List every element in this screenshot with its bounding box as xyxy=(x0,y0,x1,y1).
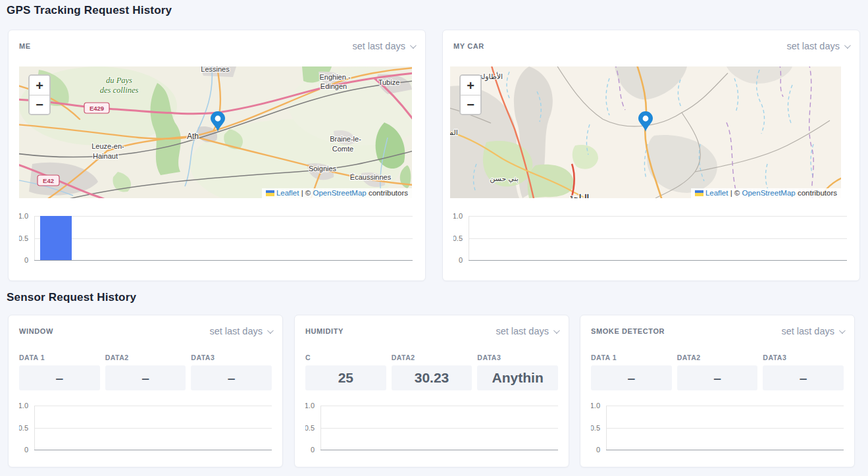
map-label-leuze-1: Leuze-en- xyxy=(91,142,124,150)
field-label: DATA3 xyxy=(763,354,844,361)
attribution-separator: | xyxy=(301,189,303,197)
ytick-0: 0 xyxy=(305,446,315,454)
map-label-ath: Ath xyxy=(187,132,199,141)
range-selector[interactable]: set last days xyxy=(496,326,558,336)
field-label: DATA2 xyxy=(677,354,758,361)
map-zoom-control: + − xyxy=(459,74,482,115)
field-data3: DATA3 – xyxy=(763,354,844,390)
ytick-05: 0.5 xyxy=(305,424,315,432)
leaflet-map-my-car[interactable]: الأطاولة المند بني حسن الباحة + − Leafle… xyxy=(450,66,841,198)
map-attribution: Leaflet | © OpenStreetMap contributors xyxy=(262,188,412,198)
range-selector-label: set last days xyxy=(786,41,840,51)
map-label-bani-hasan: بني حسن xyxy=(490,174,519,183)
field-data2: DATA2 – xyxy=(677,354,758,390)
my-car-request-chart: 1.0 0.5 0 xyxy=(453,208,848,274)
map-tiles: الأطاولة المند بني حسن الباحة xyxy=(450,66,841,198)
ytick-05: 0.5 xyxy=(19,234,28,242)
field-value: 30.23 xyxy=(392,365,472,390)
range-selector-label: set last days xyxy=(352,41,405,51)
copyright-symbol: © xyxy=(305,189,311,197)
range-selector[interactable]: set last days xyxy=(781,326,844,336)
field-value: – xyxy=(19,365,100,390)
road-badge-e42: E42 xyxy=(38,175,59,186)
map-tiles: E429 E42 Lessines du Pays des collines E… xyxy=(19,66,412,198)
attribution-contributors: contributors xyxy=(798,189,837,197)
field-value: Anythin xyxy=(477,365,558,390)
field-value: 25 xyxy=(305,365,386,390)
field-data1: DATA 1 – xyxy=(19,354,100,390)
sensor-fields: C 25 DATA2 30.23 DATA3 Anythin xyxy=(305,354,558,390)
sensor-card-smoke-detector: SMOKE DETECTOR set last days DATA 1 – DA… xyxy=(580,315,855,467)
ytick-1: 1.0 xyxy=(19,402,28,410)
field-data2: DATA2 30.23 xyxy=(392,354,472,390)
map-label-enghien-2: Edingen xyxy=(320,82,347,90)
chevron-down-icon xyxy=(410,42,417,49)
map-label-atawlah: الأطاولة xyxy=(479,72,503,81)
attribution-contributors: contributors xyxy=(369,189,408,197)
card-title-window: WINDOW xyxy=(19,327,53,335)
map-label-ecaussinnes: Écaussinnes xyxy=(350,173,392,181)
card-title-humidity: HUMIDITY xyxy=(305,327,344,335)
leaflet-link[interactable]: Leaflet xyxy=(276,189,299,197)
map-marker-icon[interactable] xyxy=(638,111,653,132)
attribution-separator: | xyxy=(730,189,732,197)
map-label-braine-1: Braine-le- xyxy=(330,135,361,143)
field-label: DATA2 xyxy=(392,354,472,361)
gps-section-title: GPS Tracking Request History xyxy=(7,4,172,17)
sensor-card-window: WINDOW set last days DATA 1 – DATA2 – DA… xyxy=(8,315,283,467)
ytick-1: 1.0 xyxy=(19,212,28,220)
leaflet-link[interactable]: Leaflet xyxy=(705,189,728,197)
card-header: SMOKE DETECTOR set last days xyxy=(591,326,844,336)
window-history-chart: 1.0 0.5 0 xyxy=(19,399,273,460)
me-request-chart: 1.0 0.5 0 xyxy=(19,208,414,274)
ytick-05: 0.5 xyxy=(19,424,28,432)
chevron-down-icon xyxy=(839,327,846,334)
ytick-1: 1.0 xyxy=(591,402,600,410)
chevron-down-icon xyxy=(267,327,274,334)
map-label-braine-2: Comte xyxy=(332,145,353,153)
gps-card-me: ME set last days xyxy=(8,30,426,281)
ytick-1: 1.0 xyxy=(305,402,315,410)
map-label-enghien-1: Enghien - xyxy=(319,73,350,81)
field-label: DATA2 xyxy=(105,354,186,361)
range-selector[interactable]: set last days xyxy=(786,41,849,51)
field-label: DATA3 xyxy=(477,354,558,361)
map-zoom-control: + − xyxy=(28,74,51,115)
card-header: WINDOW set last days xyxy=(19,326,272,336)
range-selector[interactable]: set last days xyxy=(352,41,415,51)
field-data3: DATA3 Anythin xyxy=(477,354,558,390)
smoke-detector-history-chart: 1.0 0.5 0 xyxy=(591,399,845,460)
zoom-in-button[interactable]: + xyxy=(30,76,49,95)
field-value: – xyxy=(591,365,672,390)
zoom-in-button[interactable]: + xyxy=(461,76,480,95)
field-value: – xyxy=(105,365,186,390)
card-title-my-car: MY CAR xyxy=(453,42,484,50)
range-selector-label: set last days xyxy=(781,326,834,336)
zoom-out-button[interactable]: − xyxy=(30,95,49,114)
sensor-card-humidity: HUMIDITY set last days C 25 DATA2 30.23 … xyxy=(294,315,569,467)
copyright-symbol: © xyxy=(734,189,740,197)
map-label-albahah: الباحة xyxy=(569,193,589,198)
leaflet-map-me[interactable]: E429 E42 Lessines du Pays des collines E… xyxy=(19,66,412,198)
range-selector[interactable]: set last days xyxy=(209,326,272,336)
field-label: DATA3 xyxy=(191,354,272,361)
card-header: HUMIDITY set last days xyxy=(305,326,558,336)
sensor-fields: DATA 1 – DATA2 – DATA3 – xyxy=(591,354,844,390)
field-c: C 25 xyxy=(305,354,386,390)
map-attribution: Leaflet | © OpenStreetMap contributors xyxy=(691,188,841,198)
ytick-0: 0 xyxy=(591,446,600,454)
zoom-out-button[interactable]: − xyxy=(461,95,480,114)
range-selector-label: set last days xyxy=(209,326,263,336)
ytick-0: 0 xyxy=(19,446,28,454)
map-label-lessines: Lessines xyxy=(201,66,230,73)
field-data2: DATA2 – xyxy=(105,354,186,390)
map-marker-icon[interactable] xyxy=(211,111,225,132)
osm-link[interactable]: OpenStreetMap xyxy=(313,189,367,197)
field-label: DATA 1 xyxy=(591,354,672,361)
sensor-section-title: Sensor Request History xyxy=(7,291,136,304)
range-selector-label: set last days xyxy=(496,326,549,336)
map-label-leuze-2: Hainaut xyxy=(93,152,118,160)
ytick-1: 1.0 xyxy=(453,212,463,220)
osm-link[interactable]: OpenStreetMap xyxy=(742,189,796,197)
ukraine-flag-icon xyxy=(266,190,274,196)
